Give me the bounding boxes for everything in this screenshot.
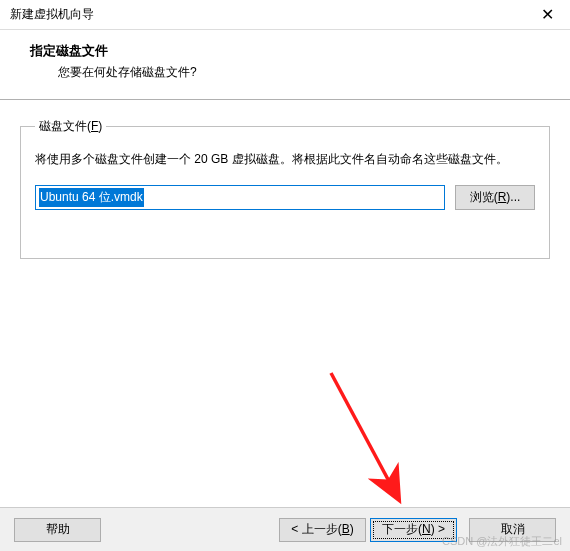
content-area: 磁盘文件(F) 将使用多个磁盘文件创建一个 20 GB 虚拟磁盘。将根据此文件名… [0, 100, 570, 259]
wizard-header: 指定磁盘文件 您要在何处存储磁盘文件? [0, 30, 570, 99]
svg-line-0 [331, 373, 398, 498]
disk-file-group: 磁盘文件(F) 将使用多个磁盘文件创建一个 20 GB 虚拟磁盘。将根据此文件名… [20, 118, 550, 259]
disk-file-input-value: Ubuntu 64 位.vmdk [39, 188, 144, 207]
titlebar: 新建虚拟机向导 ✕ [0, 0, 570, 30]
back-button[interactable]: < 上一步(B) [279, 518, 366, 542]
browse-button[interactable]: 浏览(R)... [455, 185, 535, 210]
annotation-arrow-icon [326, 368, 446, 528]
page-subtitle: 您要在何处存储磁盘文件? [30, 64, 540, 81]
help-button[interactable]: 帮助 [14, 518, 101, 542]
disk-file-description: 将使用多个磁盘文件创建一个 20 GB 虚拟磁盘。将根据此文件名自动命名这些磁盘… [35, 149, 535, 169]
disk-file-legend: 磁盘文件(F) [35, 118, 106, 135]
page-title: 指定磁盘文件 [30, 42, 540, 60]
file-row: Ubuntu 64 位.vmdk 浏览(R)... [35, 185, 535, 210]
disk-file-input[interactable]: Ubuntu 64 位.vmdk [35, 185, 445, 210]
next-button[interactable]: 下一步(N) > [370, 518, 457, 542]
close-icon[interactable]: ✕ [535, 7, 560, 23]
window-title: 新建虚拟机向导 [10, 6, 94, 23]
cancel-button[interactable]: 取消 [469, 518, 556, 542]
wizard-footer: 帮助 < 上一步(B) 下一步(N) > 取消 [0, 507, 570, 551]
